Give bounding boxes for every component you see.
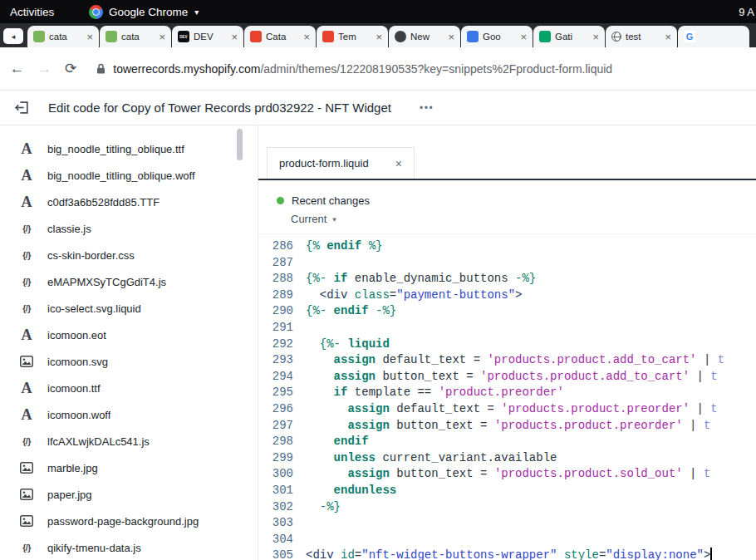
line-number: 303 bbox=[258, 515, 293, 532]
line-text: <div class="payment-buttons"> bbox=[293, 287, 522, 304]
chrome-logo-icon bbox=[89, 5, 103, 19]
code-line[interactable]: 294 assign button_text = 'products.produ… bbox=[258, 369, 756, 386]
version-panel: Recent changes Current ▾ bbox=[258, 180, 756, 234]
file-item[interactable]: Aicomoon.woff bbox=[0, 401, 258, 428]
file-item[interactable]: icomoon.svg bbox=[0, 348, 258, 375]
file-item[interactable]: {/}ico-select.svg.liquid bbox=[0, 295, 258, 322]
browser-tab[interactable]: Tem× bbox=[317, 26, 388, 47]
browser-tab[interactable]: Cata× bbox=[244, 26, 316, 47]
code-line[interactable]: 303 bbox=[258, 515, 756, 532]
forward-button[interactable]: → bbox=[37, 61, 52, 76]
file-item[interactable]: {/}cs-skin-border.css bbox=[0, 242, 258, 268]
tab-title: test bbox=[626, 32, 660, 42]
browser-tab[interactable]: test× bbox=[606, 26, 677, 47]
code-line[interactable]: 290{%- endif -%} bbox=[258, 303, 756, 320]
reload-button[interactable]: ⟳ bbox=[65, 61, 76, 76]
code-token: | bbox=[683, 419, 704, 432]
code-line[interactable]: 286{% endif %} bbox=[258, 238, 756, 255]
code-line[interactable]: 287 bbox=[258, 255, 756, 272]
browser-tab[interactable]: cata× bbox=[100, 26, 171, 47]
site-security-lock-icon[interactable] bbox=[96, 63, 106, 75]
code-token: "nft-widget-buttons-wrapper" bbox=[361, 548, 557, 560]
tab-scroll-left-button[interactable]: ◂ bbox=[3, 28, 23, 44]
browser-tab[interactable]: DEVDEV× bbox=[172, 26, 243, 47]
code-line[interactable]: 302 -%} bbox=[258, 499, 756, 516]
back-button[interactable]: ← bbox=[10, 61, 24, 76]
file-item[interactable]: Abig_noodle_titling_oblique.ttf bbox=[0, 135, 258, 162]
editor-file-tab[interactable]: product-form.liquid × bbox=[267, 147, 415, 179]
tab-close-icon[interactable]: × bbox=[86, 32, 93, 42]
file-item[interactable]: Aicomoon.ttf bbox=[0, 375, 258, 401]
code-line[interactable]: 296 assign default_text = 'products.prod… bbox=[258, 401, 756, 418]
file-item[interactable]: {/}eMAPMXSyTCgGdiT4.js bbox=[0, 268, 258, 295]
line-number: 302 bbox=[258, 499, 293, 516]
code-line[interactable]: 299 unless current_variant.available bbox=[258, 450, 756, 467]
tab-close-icon[interactable]: × bbox=[665, 32, 671, 42]
code-line[interactable]: 297 assign button_text = 'products.produ… bbox=[258, 418, 756, 435]
code-token bbox=[306, 386, 334, 399]
code-token: > bbox=[515, 288, 522, 302]
version-label: Current bbox=[291, 213, 326, 225]
line-text bbox=[293, 515, 306, 532]
tab-close-icon[interactable]: × bbox=[395, 157, 402, 170]
code-line[interactable]: 293 assign default_text = 'products.prod… bbox=[258, 352, 756, 369]
file-item[interactable]: password-page-background.jpg bbox=[0, 508, 258, 534]
browser-tab[interactable]: G bbox=[678, 26, 749, 47]
code-line[interactable]: 304 bbox=[258, 532, 756, 548]
tab-close-icon[interactable]: × bbox=[303, 32, 310, 42]
line-number: 295 bbox=[258, 385, 293, 401]
tab-close-icon[interactable]: × bbox=[231, 32, 238, 42]
font-file-icon: A bbox=[18, 140, 35, 158]
file-item[interactable]: Ac0df3a6b528fdd85.TTF bbox=[0, 189, 258, 215]
code-token: 'product.preorder' bbox=[439, 386, 564, 399]
collapse-sidebar-button[interactable] bbox=[14, 100, 30, 115]
code-area[interactable]: 286{% endif %}287288{%- if enable_dynami… bbox=[258, 234, 756, 560]
more-actions-button[interactable]: ••• bbox=[420, 102, 434, 114]
tab-title: DEV bbox=[194, 32, 227, 42]
sidebar-scrollbar[interactable] bbox=[237, 129, 243, 160]
page-title: Edit code for Copy of Tower Records prd0… bbox=[48, 101, 391, 115]
file-item[interactable]: paper.jpg bbox=[0, 481, 258, 508]
code-line[interactable]: 295 if template == 'product.preorder' bbox=[258, 385, 756, 401]
code-line[interactable]: 289 <div class="payment-buttons"> bbox=[258, 287, 756, 304]
address-bar[interactable]: towerrecords.myshopify.com/admin/themes/… bbox=[96, 62, 612, 76]
file-name: icomoon.eot bbox=[47, 329, 106, 341]
tab-close-icon[interactable]: × bbox=[592, 32, 599, 42]
file-item[interactable]: marble.jpg bbox=[0, 454, 258, 481]
browser-tabs: cata×cata×DEVDEV×Cata×Tem×New×Goo×Gati×t… bbox=[27, 26, 756, 47]
version-dropdown[interactable]: Current ▾ bbox=[291, 213, 756, 225]
file-name: password-page-background.jpg bbox=[47, 515, 199, 528]
browser-tab[interactable]: Gati× bbox=[533, 26, 605, 47]
code-line[interactable]: 288{%- if enable_dynamic_buttons -%} bbox=[258, 271, 756, 287]
line-text: {%- liquid bbox=[293, 336, 390, 353]
file-item[interactable]: {/}qikify-tmenu-data.js bbox=[0, 534, 258, 560]
file-item[interactable]: {/}classie.js bbox=[0, 215, 258, 242]
line-text: assign default_text = 'products.product.… bbox=[293, 352, 724, 369]
code-line[interactable]: 300 assign button_text = 'products.produ… bbox=[258, 466, 756, 483]
browser-tab[interactable]: cata× bbox=[27, 26, 99, 47]
line-number: 288 bbox=[258, 271, 293, 287]
tab-close-icon[interactable]: × bbox=[448, 32, 454, 42]
code-token: default_text = bbox=[376, 353, 487, 366]
file-item[interactable]: Aicomoon.eot bbox=[0, 322, 258, 348]
browser-tab[interactable]: New× bbox=[389, 26, 460, 47]
line-text: unless current_variant.available bbox=[293, 450, 557, 467]
code-line[interactable]: 301 endunless bbox=[258, 483, 756, 499]
image-file-icon bbox=[18, 356, 35, 367]
app-menu[interactable]: Google Chrome ▾ bbox=[89, 0, 199, 23]
code-line[interactable]: 305<div id="nft-widget-buttons-wrapper" … bbox=[258, 548, 756, 560]
code-token: endif bbox=[334, 304, 369, 317]
code-line[interactable]: 292 {%- liquid bbox=[258, 336, 756, 353]
tab-close-icon[interactable]: × bbox=[159, 32, 165, 42]
code-token: template == bbox=[347, 386, 438, 399]
file-item[interactable]: {/}lfcAXLwjkDALc541.js bbox=[0, 428, 258, 454]
code-line[interactable]: 291 bbox=[258, 320, 756, 336]
os-top-bar: Activities Google Chrome ▾ 9 A bbox=[0, 0, 756, 23]
activities-button[interactable]: Activities bbox=[0, 6, 64, 18]
browser-tab[interactable]: Goo× bbox=[461, 26, 533, 47]
tab-close-icon[interactable]: × bbox=[520, 32, 527, 42]
url-text[interactable]: towerrecords.myshopify.com/admin/themes/… bbox=[113, 62, 612, 76]
file-item[interactable]: Abig_noodle_titling_oblique.woff bbox=[0, 162, 258, 189]
code-line[interactable]: 298 endif bbox=[258, 434, 756, 450]
tab-close-icon[interactable]: × bbox=[376, 32, 382, 42]
